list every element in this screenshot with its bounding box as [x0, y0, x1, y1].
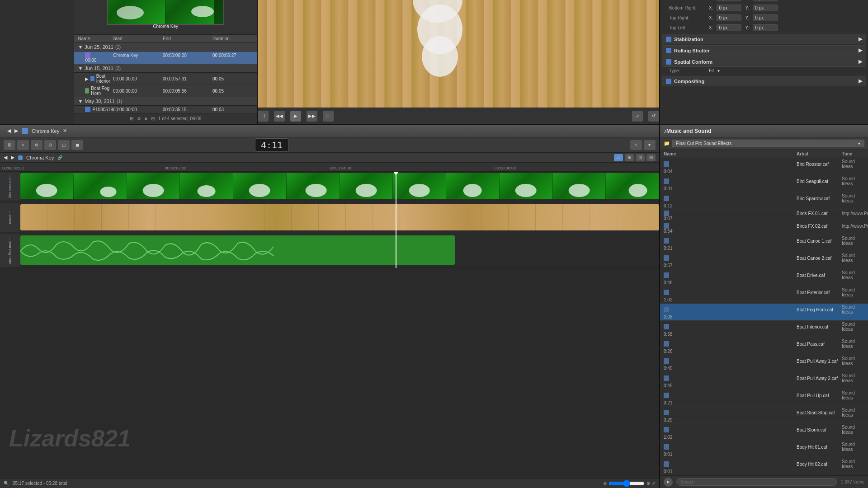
sound-time-11: 0:26	[664, 349, 797, 354]
sc-type-dropdown[interactable]: ▾	[717, 68, 720, 73]
sound-row-8[interactable]: Boat Exterior.caf Sound Ideas 1:02	[660, 286, 868, 304]
clip-group-jun15[interactable]: ▼ Jun 15, 2011 (2)	[74, 64, 257, 73]
tl-nav-next[interactable]: ▶	[11, 155, 14, 160]
preview-screen	[258, 0, 659, 108]
tl-tool-3[interactable]: ⊕	[31, 140, 42, 150]
tl-nav-prev[interactable]: ◀	[4, 155, 7, 160]
playhead[interactable]	[396, 172, 396, 268]
clip-row-boatfoghorn[interactable]: Boat Fog Horn 00:00:00:00 00:00:05:56 00…	[74, 85, 257, 97]
tl-audio-btn[interactable]: ♫	[614, 154, 623, 161]
clip-row-boatinterior[interactable]: ▶ Boat Interior 00:00:00:00 00:00:57:31 …	[74, 73, 257, 85]
preview-rewind[interactable]: ◀◀	[274, 111, 285, 122]
sound-artist-10: Sound Ideas	[842, 322, 864, 332]
sound-row-6[interactable]: Boat Canoe 2.caf Sound Ideas 0:57	[660, 252, 868, 269]
sound-row-0[interactable]: Bird Rooster.caf Sound Ideas 0:04	[660, 158, 868, 175]
tl-tool-6[interactable]: ◼	[71, 140, 83, 150]
wood-clip-strip[interactable]	[20, 204, 659, 230]
sound-list-header: Name Artist Time	[660, 150, 868, 158]
preview-play[interactable]: ▶	[290, 111, 301, 122]
sound-row-4[interactable]: Birds FX 02.caf http://www.Powe... 0:54	[660, 222, 868, 235]
distort-br-y-input[interactable]	[753, 5, 778, 11]
audio-clip-strip[interactable]	[20, 235, 455, 265]
sound-row-18[interactable]: Body Hit 02.caf Sound Ideas 0:01	[660, 458, 868, 475]
preview-loop[interactable]: ↺	[648, 111, 659, 122]
rolling-shutter-expand-icon[interactable]: ▶	[859, 47, 862, 53]
sound-row-2[interactable]: Bird Sparrow.caf Sound Ideas 0:12	[660, 192, 868, 210]
sound-row-15[interactable]: Boat Start-Stop.caf Sound Ideas 0:29	[660, 407, 868, 424]
sound-row-14[interactable]: Boat Pull Up.caf Sound Ideas 0:21	[660, 389, 868, 407]
rolling-shutter-icon	[666, 48, 671, 53]
clip-group-may30[interactable]: ▼ May 30, 2011 (1)	[74, 97, 257, 106]
video-clip-strip[interactable]	[20, 173, 659, 199]
prev-timeline-btn[interactable]: ◀	[7, 128, 11, 134]
distort-bl-y-input[interactable]	[753, 0, 778, 1]
sound-row-1[interactable]: Bird Seagull.caf Sound Ideas 0:31	[660, 175, 868, 192]
rolling-shutter-header[interactable]: Rolling Shutter ▶	[662, 45, 866, 56]
clips-toolbar-icon-1[interactable]: ⊞	[130, 116, 133, 121]
timeline-toolbar: ⊞ ≡ ⊕ ⊖ ◻ ◼ 4:11 ↖ ▾	[0, 137, 659, 153]
sound-row-5[interactable]: Boat Canoe 1.caf Sound Ideas 0:21	[660, 235, 868, 252]
sound-row-17[interactable]: Body Hit 01.caf Sound Ideas 0:01	[660, 441, 868, 458]
sound-row-9[interactable]: Boat Fog Horn.caf Sound Ideas 0:08	[660, 304, 868, 321]
folder-path[interactable]: Final Cut Pro Sound Effects ▾	[672, 140, 864, 147]
sound-play-btn[interactable]: ▶	[664, 478, 673, 487]
clip-row-chromakey[interactable]: Chroma Key 00:00:00:00 00:00:06:27 00:00	[74, 52, 257, 64]
status-fullscreen[interactable]: ⤢	[652, 481, 656, 486]
tl-tool-dropdown[interactable]: ▾	[644, 140, 656, 150]
tl-tool-5[interactable]: ◻	[58, 140, 70, 150]
sound-artist-9: Sound Ideas	[842, 305, 864, 314]
timeline-zoom-icon[interactable]: 🔍	[4, 481, 9, 486]
tl-tool-1[interactable]: ⊞	[4, 140, 15, 150]
status-zoom-in[interactable]: ⊕	[646, 481, 650, 486]
sound-row-13[interactable]: Boat Pull Away 2.caf Sound Ideas 0:45	[660, 372, 868, 389]
distort-tl-x-input[interactable]	[717, 24, 741, 31]
sound-row-11[interactable]: Boat Pass.caf Sound Ideas 0:26	[660, 338, 868, 355]
sound-row-16[interactable]: Boat Storm.caf Sound Ideas 1:02	[660, 424, 868, 441]
clips-toolbar-icon-2[interactable]: ⚙	[137, 116, 141, 121]
tl-link-btn[interactable]: ⊕	[625, 154, 634, 161]
compositing-header[interactable]: Compositing ▶	[662, 76, 866, 86]
expand-boat-interior[interactable]: ▶	[85, 76, 89, 81]
sound-time-6: 0:57	[664, 263, 797, 268]
folder-path-dropdown[interactable]: ▾	[858, 141, 860, 146]
preview-out-point[interactable]: ⊢	[323, 111, 334, 122]
track-wood-clips[interactable]	[20, 203, 659, 232]
timeline-zoom-slider[interactable]	[609, 480, 645, 487]
distort-tr-y-input[interactable]	[753, 14, 778, 21]
tl-tool-select[interactable]: ↖	[630, 140, 642, 150]
sound-icon-11	[664, 341, 669, 347]
tl-snap-btn[interactable]: ⊡	[636, 154, 645, 161]
sound-row-3[interactable]: Birds FX 01.caf http://www.Powe... 0:07	[660, 210, 868, 222]
distort-bl-x-input[interactable]	[717, 0, 741, 1]
preview-in-point[interactable]: ⊣	[258, 111, 269, 122]
stabilization-expand-icon[interactable]: ▶	[859, 36, 862, 42]
sound-row-7[interactable]: Boat Drive.caf Sound Ideas 0:46	[660, 269, 868, 286]
distort-tr-x-input[interactable]	[717, 14, 741, 21]
tl-tool-2[interactable]: ≡	[17, 140, 29, 150]
track-video-clips[interactable]	[20, 172, 659, 201]
col-sound-time: Time	[842, 151, 864, 156]
preview-fullscreen[interactable]: ⤢	[632, 111, 643, 122]
track-audio-clips[interactable]	[20, 234, 659, 267]
preview-ff[interactable]: ▶▶	[307, 111, 317, 122]
spatial-conform-header[interactable]: Spatial Conform ▶	[662, 56, 866, 67]
status-zoom-out[interactable]: ⊖	[603, 481, 607, 486]
ruler-mark-2: 00:00:04:00	[330, 166, 351, 170]
distort-tl-y-input[interactable]	[753, 24, 778, 31]
clips-toolbar-icon-4[interactable]: ⊟	[151, 116, 155, 121]
sound-row-12[interactable]: Boat Pull Away 1.caf Sound Ideas 0:45	[660, 355, 868, 372]
tl-zoom-btn[interactable]: ⊟	[646, 154, 656, 161]
timeline-panel: ◀ ▶ Chroma Key ✕ ⊞ ≡ ⊕ ⊖ ◻ ◼ 4:11 ↖ ▾	[0, 125, 660, 488]
spatial-conform-expand-icon[interactable]: ▶	[859, 59, 862, 65]
next-timeline-btn[interactable]: ▶	[14, 128, 18, 134]
distort-br-x-input[interactable]	[717, 5, 741, 11]
tl-tool-4[interactable]: ⊖	[44, 140, 56, 150]
sound-search-input[interactable]	[676, 478, 837, 486]
tl-close-icon[interactable]: ✕	[63, 128, 67, 134]
stabilization-header[interactable]: Stabilization ▶	[662, 34, 866, 44]
compositing-expand-icon[interactable]: ▶	[859, 78, 862, 84]
sound-row-10[interactable]: Boat Interior.caf Sound Ideas 0:58	[660, 321, 868, 338]
clip-group-jun25[interactable]: ▼ Jun 25, 2011 (1)	[74, 43, 257, 52]
clip-row-p1080519[interactable]: P1080519 00:00:00:00 00:00:35:15 00:03	[74, 106, 257, 113]
clips-toolbar-icon-3[interactable]: ≡	[145, 116, 147, 121]
